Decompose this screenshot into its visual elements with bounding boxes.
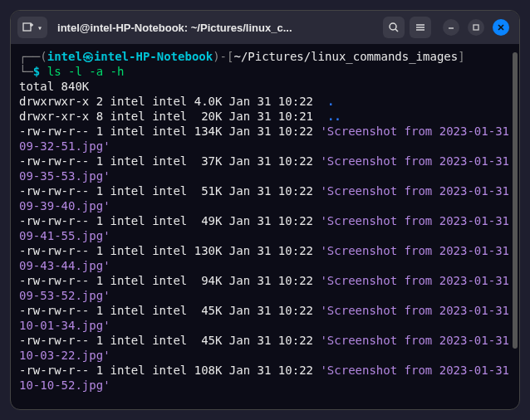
prompt-bracket-end: ] (458, 50, 464, 63)
ls-row: -rw-rw-r-- 1 intel intel 45K Jan 31 10:2… (19, 303, 511, 333)
ls-row: -rw-rw-r-- 1 intel intel 49K Jan 31 10:2… (19, 213, 511, 243)
scrollbar-thumb[interactable] (513, 52, 518, 349)
ls-perm: -rw-rw-r-- 1 intel intel 37K Jan 31 10:2… (19, 154, 320, 168)
svg-line-4 (395, 29, 398, 32)
svg-rect-0 (23, 23, 31, 31)
ls-perm: drwxrwxr-x 2 intel intel 4.0K Jan 31 10:… (19, 95, 327, 108)
search-icon (388, 22, 400, 33)
ls-perm: -rw-rw-r-- 1 intel intel 49K Jan 31 10:2… (19, 214, 320, 227)
maximize-button[interactable] (468, 19, 484, 36)
prompt-user: intel (47, 50, 82, 63)
svg-rect-9 (474, 25, 478, 30)
terminal-window: ▾ intel@intel-HP-Notebook: ~/Pictures/li… (10, 10, 520, 410)
hamburger-icon (415, 22, 426, 33)
ls-perm: -rw-rw-r-- 1 intel intel 51K Jan 31 10:2… (19, 184, 320, 198)
command-text: ls -l -a -h (40, 65, 124, 78)
close-button[interactable] (493, 19, 509, 36)
window-title: intel@intel-HP-Notebook: ~/Pictures/linu… (52, 22, 378, 34)
prompt-bracket-close: )-[ (213, 50, 233, 63)
ls-perm: -rw-rw-r-- 1 intel intel 94K Jan 31 10:2… (19, 274, 320, 287)
minimize-button[interactable] (443, 19, 459, 36)
ls-perm: -rw-rw-r-- 1 intel intel 45K Jan 31 10:2… (19, 304, 320, 317)
minimize-icon (447, 23, 455, 32)
ls-perm: drwxr-xr-x 8 intel intel 20K Jan 31 10:2… (19, 110, 327, 123)
prompt-line-2: └─$ ls -l -a -h (19, 64, 511, 79)
ls-row: drwxrwxr-x 2 intel intel 4.0K Jan 31 10:… (19, 94, 511, 109)
ls-row: -rw-rw-r-- 1 intel intel 37K Jan 31 10:2… (19, 154, 511, 183)
ls-row: -rw-rw-r-- 1 intel intel 94K Jan 31 10:2… (19, 273, 511, 303)
prompt-path: ~/Pictures/linux_commands_images (233, 50, 458, 63)
ls-dir-name: .. (327, 110, 341, 123)
ls-dir-name: . (327, 95, 334, 108)
ls-row: -rw-rw-r-- 1 intel intel 130K Jan 31 10:… (19, 243, 511, 273)
ls-perm: -rw-rw-r-- 1 intel intel 108K Jan 31 10:… (19, 364, 320, 377)
prompt-line-1: ┌──(intel㉿intel-HP-Notebook)-[~/Pictures… (19, 49, 511, 64)
menu-button[interactable] (410, 17, 431, 38)
prompt-bracket: ┌──( (19, 50, 47, 63)
scrollbar[interactable] (513, 52, 518, 401)
close-icon (497, 23, 505, 32)
ls-perm: -rw-rw-r-- 1 intel intel 134K Jan 31 10:… (19, 125, 320, 138)
svg-point-3 (390, 23, 396, 30)
maximize-icon (472, 23, 480, 32)
output-total: total 840K (19, 79, 511, 94)
ls-row: -rw-rw-r-- 1 intel intel 51K Jan 31 10:2… (19, 183, 511, 213)
prompt-host-sep: ㉿ (82, 50, 94, 63)
new-tab-icon (22, 22, 34, 33)
ls-perm: -rw-rw-r-- 1 intel intel 45K Jan 31 10:2… (19, 334, 320, 347)
ls-row: -rw-rw-r-- 1 intel intel 134K Jan 31 10:… (19, 124, 511, 154)
window-controls (443, 19, 513, 36)
prompt-host: intel-HP-Notebook (94, 50, 213, 63)
ls-row: -rw-rw-r-- 1 intel intel 45K Jan 31 10:2… (19, 333, 511, 363)
terminal-body[interactable]: ┌──(intel㉿intel-HP-Notebook)-[~/Pictures… (11, 44, 519, 409)
ls-perm: -rw-rw-r-- 1 intel intel 130K Jan 31 10:… (19, 244, 320, 257)
ls-row: -rw-rw-r-- 1 intel intel 108K Jan 31 10:… (19, 363, 511, 393)
dropdown-arrow-icon[interactable]: ▾ (37, 23, 42, 32)
search-button[interactable] (383, 17, 405, 38)
ls-row: drwxr-xr-x 8 intel intel 20K Jan 31 10:2… (19, 109, 511, 124)
new-tab-button[interactable]: ▾ (17, 17, 47, 38)
prompt-prefix: └─ (19, 65, 33, 78)
titlebar: ▾ intel@intel-HP-Notebook: ~/Pictures/li… (11, 11, 519, 44)
